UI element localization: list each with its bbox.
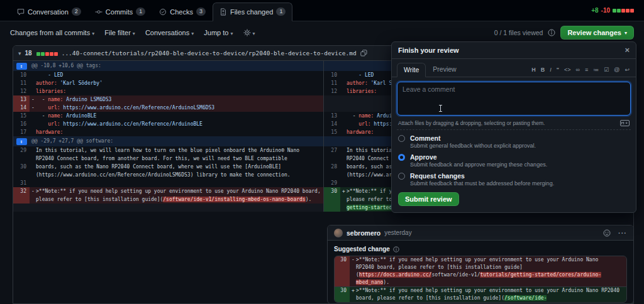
files-viewed-counter: 0 / 1 files viewed <box>494 29 543 36</box>
diffstat-block <box>613 9 616 13</box>
diff-row: 16 url: https://www.arduino.cc/en/Refere… <box>13 120 323 128</box>
radio-approve[interactable] <box>398 154 405 161</box>
chevron-down-icon: ▾ <box>191 31 194 36</box>
line-number[interactable]: 14 <box>13 104 30 112</box>
line-number <box>324 104 340 112</box>
option-approve[interactable]: Approve Submit feedback and approve merg… <box>398 153 630 168</box>
option-request-changes[interactable]: Request changes Submit feedback that mus… <box>398 172 630 187</box>
line-number[interactable]: 16 <box>13 120 30 128</box>
expand-diff-button[interactable]: ↕ <box>16 63 27 70</box>
line-number[interactable] <box>335 279 350 286</box>
line-number[interactable]: 10 <box>324 71 340 79</box>
changes-from-dropdown[interactable]: Changes from all commits ▾ <box>10 29 94 36</box>
diff-row: 30+>**Note:** if you need help setting u… <box>335 287 626 295</box>
tab-checks[interactable]: Checks 3 <box>152 3 213 21</box>
tab-commits[interactable]: Commits 1 <box>88 3 152 21</box>
line-number[interactable]: 14 <box>324 120 340 128</box>
tab-preview[interactable]: Preview <box>426 62 463 77</box>
mention-icon[interactable]: @ <box>614 67 619 73</box>
line-number[interactable]: 30 <box>335 256 350 264</box>
tab-write[interactable]: Write <box>397 63 426 77</box>
code-icon[interactable]: <> <box>564 67 571 73</box>
submit-review-button[interactable]: Submit review <box>398 192 459 206</box>
line-number[interactable]: 30 <box>324 187 340 195</box>
line-number[interactable]: 29 <box>324 179 340 187</box>
line-number[interactable]: 13 <box>324 112 340 120</box>
tasklist-icon[interactable]: ☑ <box>604 67 609 73</box>
line-number[interactable] <box>13 171 30 179</box>
line-number[interactable]: 30 <box>335 287 350 295</box>
expand-diff-button[interactable]: ↕ <box>16 138 27 145</box>
line-number[interactable]: 11 <box>13 79 30 87</box>
avatar[interactable] <box>334 229 343 237</box>
chevron-down-icon: ▾ <box>230 31 233 36</box>
tab-conversation[interactable]: Conversation 2 <box>10 3 88 21</box>
tab-label: Checks <box>170 8 193 16</box>
collapse-file-chevron-icon[interactable]: ▾ <box>18 50 21 57</box>
diff-row: RP2040 Connect board, from another board… <box>13 155 323 163</box>
review-options: Comment Submit general feedback without … <box>392 130 636 187</box>
diff-settings-dropdown[interactable]: ▾ <box>243 29 255 36</box>
line-number[interactable] <box>13 155 30 163</box>
code-line: RP2040 board, please refer to [this inst… <box>350 264 626 271</box>
jump-to-dropdown[interactable]: Jump to ▾ <box>204 29 233 36</box>
line-number[interactable]: 11 <box>324 79 340 87</box>
line-number[interactable]: 12 <box>324 87 340 95</box>
conversations-dropdown[interactable]: Conversations ▾ <box>145 29 194 36</box>
file-path[interactable]: ...40-connect/tutorials/rp2040-ble-devic… <box>62 50 357 57</box>
comment-timestamp[interactable]: yesterday <box>384 229 411 236</box>
line-number[interactable]: 15 <box>13 112 30 120</box>
option-comment[interactable]: Comment Submit general feedback without … <box>398 134 630 149</box>
radio-request-changes[interactable] <box>398 173 405 180</box>
diff-row <box>13 204 323 212</box>
line-number[interactable]: 10 <box>13 71 30 79</box>
files-toolbar: Changes from all commits ▾ File filter ▾… <box>0 21 644 44</box>
line-number[interactable]: 30 <box>13 163 30 171</box>
line-number[interactable] <box>335 271 350 279</box>
comment-author[interactable]: sebromero <box>347 229 380 237</box>
file-filter-dropdown[interactable]: File filter ▾ <box>104 29 135 36</box>
line-number[interactable]: 17 <box>13 128 30 136</box>
info-icon[interactable] <box>393 246 399 252</box>
italic-icon[interactable]: I <box>550 67 552 73</box>
code-line: board, please refer to [this installatio… <box>350 295 626 302</box>
line-number[interactable] <box>324 195 340 204</box>
line-number[interactable] <box>335 264 350 271</box>
info-icon[interactable] <box>548 29 555 36</box>
tab-count: 1 <box>136 8 145 16</box>
option-description: Submit general feedback without explicit… <box>410 143 536 149</box>
line-number[interactable]: 31 <box>13 179 30 187</box>
add-reaction-icon[interactable] <box>603 229 611 237</box>
option-label: Request changes <box>410 172 554 180</box>
line-number[interactable] <box>324 171 340 179</box>
line-number[interactable]: 28 <box>324 163 340 171</box>
kebab-menu-icon[interactable]: ··· <box>618 229 627 237</box>
list-ordered-icon[interactable]: ≔ <box>593 67 599 73</box>
heading-icon[interactable]: H <box>531 67 536 73</box>
radio-comment[interactable] <box>398 135 405 142</box>
copy-path-icon[interactable] <box>360 50 367 57</box>
code-line: - LED <box>30 71 323 79</box>
line-number <box>324 136 340 146</box>
quote-icon[interactable]: " <box>557 67 559 73</box>
comment-textarea[interactable]: Leave a comment <box>397 82 631 116</box>
line-number[interactable] <box>324 155 340 163</box>
list-unordered-icon[interactable]: ≡ <box>585 67 588 73</box>
line-number[interactable]: 32 <box>13 187 30 195</box>
attach-files-area[interactable]: Attach files by dragging & dropping, sel… <box>397 118 631 130</box>
close-icon[interactable]: × <box>625 47 630 53</box>
link-icon[interactable]: ∞ <box>576 67 580 73</box>
line-number[interactable]: 12 <box>13 87 30 95</box>
line-number[interactable] <box>13 195 30 204</box>
review-changes-button[interactable]: Review changes▾ <box>560 26 634 40</box>
line-number[interactable] <box>324 204 340 212</box>
line-number[interactable] <box>335 295 350 302</box>
line-number[interactable]: 27 <box>324 146 340 155</box>
line-number[interactable]: 13 <box>13 95 30 104</box>
bold-icon[interactable]: B <box>541 67 545 73</box>
line-number[interactable]: 15 <box>324 128 340 136</box>
saved-replies-icon[interactable]: ↩ <box>625 67 630 73</box>
line-number[interactable]: 29 <box>13 146 30 155</box>
tab-count: 2 <box>72 8 81 16</box>
tab-files-changed[interactable]: Files changed 1 <box>213 3 293 21</box>
